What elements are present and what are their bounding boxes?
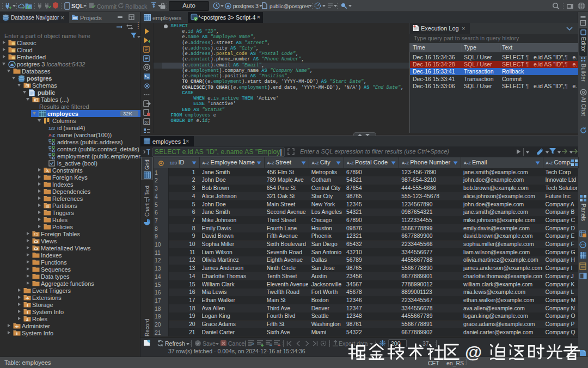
svg-text:@: @ xyxy=(465,342,482,362)
svg-text:60: 60 xyxy=(145,120,149,124)
